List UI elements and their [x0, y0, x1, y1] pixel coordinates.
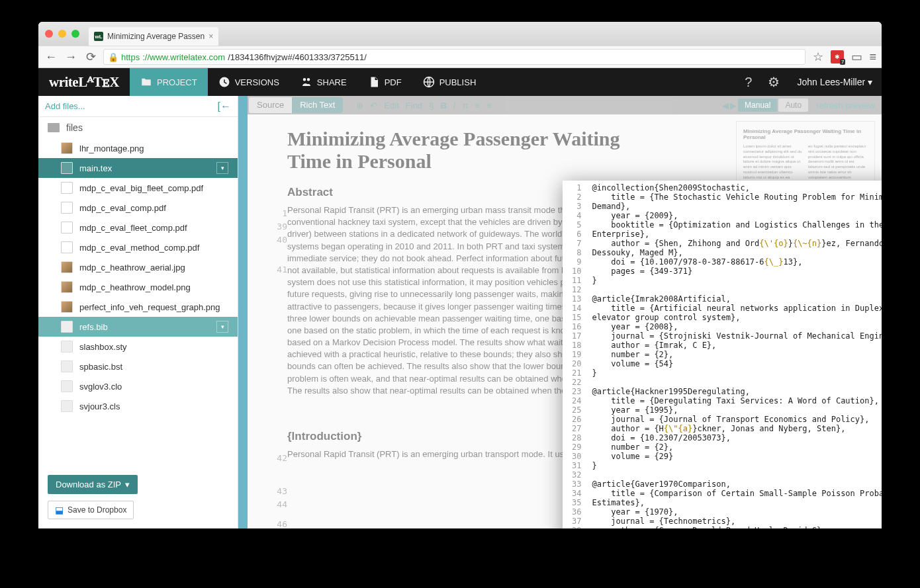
save-to-dropbox-button[interactable]: ⬓Save to Dropbox [48, 501, 134, 519]
line-gutter: 4344 [267, 485, 287, 511]
file-row[interactable]: mdp_c_eval_method_comp.pdf [38, 237, 238, 257]
file-name-label: mdp_c_heathrow_aerial.jpg [79, 263, 185, 273]
file-icon [61, 142, 73, 154]
code-content[interactable]: @incollection{Shen2009Stochastic, title … [586, 181, 882, 528]
sidebar-collapse-icon[interactable]: [← [218, 101, 231, 112]
list-ol-icon[interactable]: ≡ [475, 101, 480, 110]
zoom-window-button[interactable] [71, 30, 79, 38]
file-icon [61, 241, 73, 253]
file-name-label: mdp_c_heathrow_model.png [79, 282, 191, 292]
section-icon[interactable]: § [429, 101, 434, 110]
project-button[interactable]: PROJECT [130, 68, 208, 96]
writelatex-logo[interactable]: writeLᴬTᴇX [38, 74, 130, 91]
close-window-button[interactable] [45, 30, 53, 38]
editor-toolbar: Source Rich Text ⊕ ↶ Edit Find § B I π ≡… [248, 96, 882, 114]
file-row[interactable]: refs.bib▾ [38, 317, 238, 337]
pdf-button[interactable]: PDF [357, 68, 412, 96]
app-body: Add files... [← files lhr_montage.pngmai… [38, 96, 882, 528]
folder-icon [48, 123, 60, 132]
line-gutter: 46 [267, 518, 287, 528]
line-gutter: 42 [267, 452, 287, 465]
file-name-label: svglov3.clo [79, 382, 122, 392]
list-ul-icon[interactable]: ≡ [486, 101, 492, 110]
edit-menu[interactable]: Edit [384, 101, 398, 110]
files-section-header[interactable]: files [38, 117, 238, 138]
file-row[interactable]: main.tex▾ [38, 158, 238, 178]
file-icon [61, 182, 73, 194]
prev-arrow-icon[interactable]: ◀ [722, 101, 729, 110]
file-row[interactable]: svjour3.cls [38, 396, 238, 416]
auto-mode-button[interactable]: Auto [778, 99, 808, 112]
next-arrow-icon[interactable]: ▶ [730, 101, 737, 110]
file-row[interactable]: mdp_c_heathrow_aerial.jpg [38, 257, 238, 277]
url-scheme: https [121, 52, 140, 62]
tab-close-icon[interactable]: × [208, 32, 213, 41]
file-menu-caret-icon[interactable]: ▾ [216, 162, 228, 174]
italic-icon[interactable]: I [453, 101, 456, 110]
undo-icon[interactable]: ↶ [370, 101, 377, 110]
file-icon [61, 202, 73, 214]
help-icon[interactable]: ? [737, 75, 760, 90]
file-list: lhr_montage.pngmain.tex▾mdp_c_eval_big_f… [38, 138, 238, 416]
code-editor[interactable]: 1 2 3 4 5 6 7 8 9 10 11 12 13 14 15 16 1… [563, 181, 882, 528]
url-input[interactable]: 🔒 https://www.writelatex.com/1834136fhvj… [103, 49, 805, 65]
versions-button[interactable]: VERSIONS [208, 68, 290, 96]
file-row[interactable]: slashbox.sty [38, 337, 238, 357]
chrome-address-bar: ← → ⟳ 🔒 https://www.writelatex.com/18341… [38, 46, 882, 68]
find-menu[interactable]: Find [406, 101, 422, 110]
file-icon [61, 341, 73, 353]
pdf-icon [368, 76, 380, 88]
file-row[interactable]: lhr_montage.png [38, 138, 238, 158]
download-zip-button[interactable]: Download as ZIP ▾ [48, 475, 138, 494]
line-gutter: 41 [267, 263, 287, 276]
file-icon [61, 301, 73, 313]
back-button[interactable]: ← [44, 50, 58, 64]
file-menu-caret-icon[interactable]: ▾ [216, 321, 228, 333]
file-name-label: slashbox.sty [79, 342, 127, 352]
share-button[interactable]: SHARE [290, 68, 357, 96]
chrome-menu-icon[interactable]: ≡ [869, 50, 876, 64]
share-label: SHARE [317, 77, 347, 87]
file-icon [61, 281, 73, 293]
file-row[interactable]: svglov3.clo [38, 376, 238, 396]
bold-icon[interactable]: B [440, 101, 446, 110]
pi-icon[interactable]: π [462, 101, 468, 110]
sidebar-footer: Download as ZIP ▾ ⬓Save to Dropbox [38, 466, 238, 528]
forward-button[interactable]: → [64, 50, 78, 64]
browser-tab[interactable]: wL Minimizing Average Passen × [89, 27, 218, 46]
reload-button[interactable]: ⟳ [83, 50, 98, 64]
file-name-label: mdp_c_eval_fleet_comp.pdf [79, 223, 187, 233]
add-files-link[interactable]: Add files... [45, 101, 85, 111]
file-row[interactable]: mdp_c_heathrow_model.png [38, 277, 238, 297]
file-name-label: svjour3.cls [79, 401, 120, 411]
publish-button[interactable]: PUBLISH [412, 68, 487, 96]
editor-area: Source Rich Text ⊕ ↶ Edit Find § B I π ≡… [238, 96, 882, 528]
source-tab[interactable]: Source [249, 97, 292, 113]
file-row[interactable]: mdp_c_eval_comp.pdf [38, 198, 238, 218]
extension-icon[interactable]: ✱7 [831, 50, 844, 63]
panel-icon[interactable]: ▭ [849, 50, 864, 64]
file-row[interactable]: mdp_c_eval_big_fleet_comp.pdf [38, 178, 238, 198]
file-row[interactable]: spbasic.bst [38, 357, 238, 376]
folder-icon [140, 76, 152, 88]
plus-icon[interactable]: ⊕ [356, 101, 363, 110]
file-row[interactable]: mdp_c_eval_fleet_comp.pdf [38, 218, 238, 237]
file-name-label: perfect_info_veh_request_graph.png [79, 302, 220, 312]
minimize-window-button[interactable] [58, 30, 66, 38]
gear-icon[interactable]: ⚙ [760, 74, 788, 90]
manual-mode-button[interactable]: Manual [738, 99, 777, 112]
file-name-label: main.tex [79, 163, 112, 173]
sidebar-header: Add files... [← [38, 96, 238, 117]
file-row[interactable]: perfect_info_veh_request_graph.png [38, 297, 238, 317]
richtext-tab[interactable]: Rich Text [292, 97, 343, 113]
share-icon [300, 76, 312, 88]
code-line-gutter: 1 2 3 4 5 6 7 8 9 10 11 12 13 14 15 16 1… [563, 181, 586, 528]
bookmark-icon[interactable]: ☆ [811, 50, 825, 64]
pdf-label: PDF [385, 77, 402, 87]
file-name-label: mdp_c_eval_comp.pdf [79, 203, 166, 213]
file-icon [61, 321, 73, 333]
user-menu[interactable]: John Lees-Miller ▾ [788, 77, 882, 87]
file-icon [61, 162, 73, 174]
refresh-preview-link[interactable]: refresh preview [816, 101, 875, 110]
file-icon [61, 360, 73, 372]
